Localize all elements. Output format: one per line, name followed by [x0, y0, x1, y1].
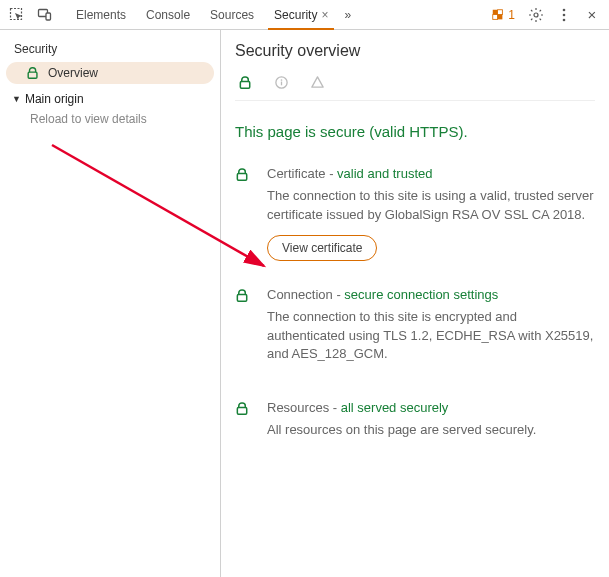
security-headline: This page is secure (valid HTTPS).	[235, 123, 595, 140]
tab-security[interactable]: Security ×	[264, 0, 338, 29]
lock-icon	[26, 66, 40, 80]
more-tabs-button[interactable]: »	[338, 0, 357, 29]
chevron-down-icon: ▼	[12, 94, 21, 104]
sidebar-reload-hint: Reload to view details	[0, 108, 220, 130]
security-overview-pane: Security overview This page is secure (v…	[221, 30, 609, 577]
inspect-icon[interactable]	[4, 2, 30, 28]
more-options-icon[interactable]	[551, 2, 577, 28]
security-summary-icons	[235, 70, 595, 101]
resources-section: Resources - all served securely All reso…	[235, 400, 595, 450]
view-certificate-button[interactable]: View certificate	[267, 235, 377, 261]
certificate-section: Certificate - valid and trusted The conn…	[235, 166, 595, 261]
close-icon[interactable]: ×	[321, 8, 328, 22]
summary-warning-icon	[309, 74, 325, 90]
certificate-title: Certificate - valid and trusted	[267, 166, 595, 181]
lock-icon	[235, 287, 253, 375]
tab-console[interactable]: Console	[136, 0, 200, 29]
panel-tabs: Elements Console Sources Security × »	[66, 0, 357, 29]
summary-secure-icon	[237, 74, 253, 90]
summary-info-icon	[273, 74, 289, 90]
tab-sources[interactable]: Sources	[200, 0, 264, 29]
tab-security-label: Security	[274, 8, 317, 22]
page-title: Security overview	[235, 42, 595, 60]
connection-title: Connection - secure connection settings	[267, 287, 595, 302]
issues-count: 1	[508, 8, 515, 22]
connection-section: Connection - secure connection settings …	[235, 287, 595, 375]
lock-icon	[235, 166, 253, 261]
resources-description: All resources on this page are served se…	[267, 421, 595, 440]
close-devtools-icon[interactable]: ×	[579, 2, 605, 28]
certificate-description: The connection to this site is using a v…	[267, 187, 595, 225]
sidebar-heading: Security	[0, 36, 220, 62]
sidebar-item-overview[interactable]: Overview	[6, 62, 214, 84]
sidebar-section-label: Main origin	[25, 92, 84, 106]
devtools-toolbar: Elements Console Sources Security × » 1 …	[0, 0, 609, 30]
issues-badge[interactable]: 1	[485, 8, 521, 22]
lock-icon	[235, 400, 253, 450]
resources-title: Resources - all served securely	[267, 400, 595, 415]
connection-description: The connection to this site is encrypted…	[267, 308, 595, 365]
sidebar-item-label: Overview	[48, 66, 98, 80]
settings-icon[interactable]	[523, 2, 549, 28]
sidebar-section-main-origin[interactable]: ▼ Main origin	[0, 84, 220, 108]
device-toolbar-icon[interactable]	[32, 2, 58, 28]
security-sidebar: Security Overview ▼ Main origin Reload t…	[0, 30, 221, 577]
security-panel: Security Overview ▼ Main origin Reload t…	[0, 30, 609, 577]
tab-elements[interactable]: Elements	[66, 0, 136, 29]
